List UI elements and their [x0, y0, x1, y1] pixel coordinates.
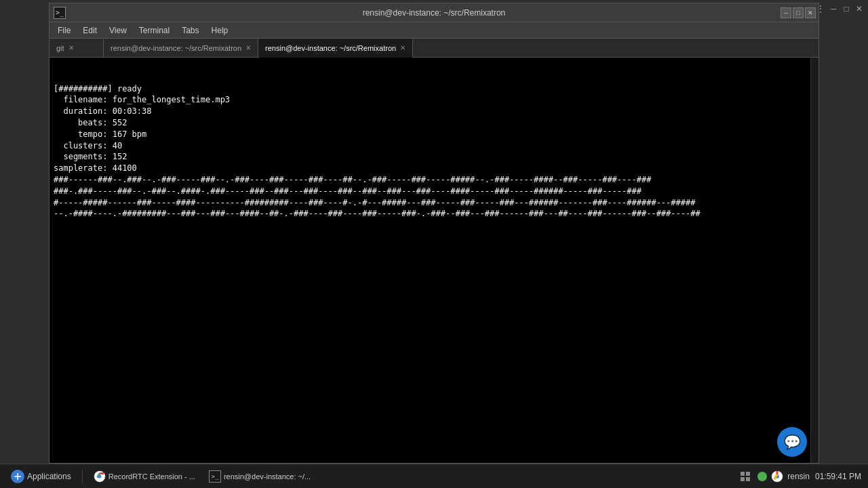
- svg-point-2: [98, 474, 101, 478]
- tab-git-label: git: [56, 44, 64, 52]
- terminal-line: duration: 00:03:38: [54, 106, 806, 117]
- svg-rect-5: [741, 477, 745, 481]
- terminal-tab-button[interactable]: >_ rensin@dev-instance: ~/...: [203, 468, 316, 485]
- minimize-all-button[interactable]: ─: [827, 3, 840, 15]
- terminal-line: #-----#####------###-----####----------#…: [54, 197, 806, 209]
- terminal-line: ###-.###-----###--.-###--.####-.###-----…: [54, 186, 806, 197]
- title-bar: >_ rensin@dev-instance: ~/src/Remixatron…: [50, 3, 818, 22]
- tab-rensin2-close[interactable]: ✕: [245, 44, 251, 52]
- terminal-window: >_ rensin@dev-instance: ~/src/Remixatron…: [49, 3, 819, 464]
- chat-fab-button[interactable]: 💬: [777, 427, 807, 457]
- tab-rensin2[interactable]: rensin@dev-instance: ~/src/Remixatron ✕: [104, 39, 258, 57]
- terminal-icon-text: >_: [56, 9, 64, 16]
- menu-help[interactable]: Help: [206, 24, 234, 37]
- terminal-line: ###------###--.###--.-###-----###--.-###…: [54, 174, 806, 186]
- terminal-line: clusters: 40: [54, 140, 806, 152]
- terminal-area: [##########] ready filename: for_the_lon…: [50, 58, 818, 463]
- taskbar-system-icons: rensin: [757, 470, 810, 483]
- terminal-line: samplerate: 44100: [54, 163, 806, 174]
- svg-rect-6: [746, 477, 750, 481]
- chrome-tab-label: RecordRTC Extension - ...: [108, 472, 195, 481]
- applications-button[interactable]: Applications: [5, 467, 77, 486]
- svg-rect-3: [741, 472, 745, 476]
- tab-git[interactable]: git ✕: [50, 39, 104, 57]
- title-bar-controls: ─ □ ✕: [781, 7, 816, 18]
- menu-terminal[interactable]: Terminal: [134, 24, 175, 37]
- applications-icon: [11, 470, 24, 483]
- files-icon[interactable]: [738, 470, 752, 483]
- menu-bar: File Edit View Terminal Tabs Help: [50, 22, 818, 39]
- terminal-output[interactable]: [##########] ready filename: for_the_lon…: [50, 58, 810, 463]
- terminal-line: --.-####----.-#########---###---###---##…: [54, 208, 806, 220]
- terminal-icon-box: >_: [54, 7, 66, 19]
- taskbar-left: Applications RecordRTC Extension - ... >…: [0, 467, 321, 486]
- menu-tabs[interactable]: Tabs: [176, 24, 204, 37]
- terminal-line: [##########] ready: [54, 83, 806, 95]
- terminal-icon: >_: [54, 7, 66, 19]
- time-display: 01:59:41 PM: [815, 472, 861, 481]
- tab-rensin2-label: rensin@dev-instance: ~/src/Remixatron: [111, 44, 241, 52]
- taskbar: Applications RecordRTC Extension - ... >…: [0, 464, 868, 488]
- menu-edit[interactable]: Edit: [77, 24, 102, 37]
- terminal-taskbar-icon: >_: [209, 470, 221, 483]
- taskbar-right: rensin 01:59:41 PM: [732, 470, 868, 483]
- applications-label: Applications: [27, 472, 71, 481]
- close-all-button[interactable]: ✕: [853, 3, 865, 15]
- terminal-line: filename: for_the_longest_time.mp3: [54, 94, 806, 106]
- username-display: rensin: [787, 472, 810, 481]
- terminal-tab-label: rensin@dev-instance: ~/...: [224, 472, 311, 481]
- svg-rect-4: [746, 472, 750, 476]
- status-green-icon: [757, 472, 767, 481]
- tabs-bar: git ✕ rensin@dev-instance: ~/src/Remixat…: [50, 39, 818, 58]
- terminal-line: segments: 152: [54, 151, 806, 163]
- window-title: rensin@dev-instance: ~/src/Remixatron: [363, 8, 506, 18]
- menu-view[interactable]: View: [104, 24, 132, 37]
- chat-fab-icon: 💬: [784, 434, 801, 450]
- title-minimize-button[interactable]: ─: [781, 7, 791, 18]
- menu-file[interactable]: File: [52, 24, 76, 37]
- title-close-button[interactable]: ✕: [805, 7, 816, 18]
- chrome-small-icon: [771, 470, 783, 483]
- tab-git-close[interactable]: ✕: [68, 44, 74, 52]
- taskbar-separator-1: [82, 470, 83, 483]
- tab-rensin3[interactable]: rensin@dev-instance: ~/src/Remixatron ✕: [258, 39, 413, 58]
- terminal-line: beats: 552: [54, 117, 806, 129]
- tab-rensin3-close[interactable]: ✕: [400, 44, 406, 52]
- scrollbar[interactable]: [810, 58, 818, 463]
- terminal-line: tempo: 167 bpm: [54, 129, 806, 140]
- tile-button[interactable]: □: [840, 3, 852, 15]
- chrome-tab-button[interactable]: RecordRTC Extension - ...: [88, 468, 201, 485]
- title-maximize-button[interactable]: □: [793, 7, 804, 18]
- time-text: 01:59:41 PM: [815, 472, 861, 481]
- tab-rensin3-label: rensin@dev-instance: ~/src/Remixatron: [265, 44, 396, 52]
- chrome-icon: [94, 470, 106, 483]
